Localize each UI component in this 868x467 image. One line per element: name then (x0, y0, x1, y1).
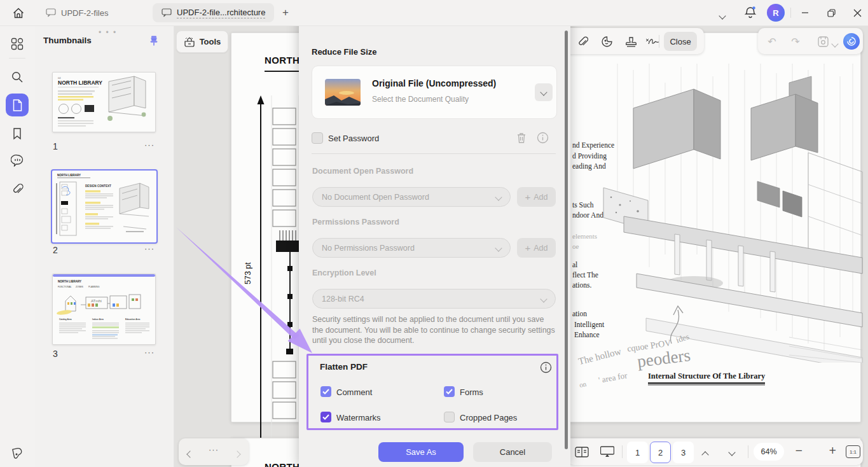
page-button-1[interactable]: 1 (627, 442, 648, 463)
thumbnail-3-menu-button[interactable]: ··· (144, 347, 155, 357)
quality-option-subtitle: Select the Document Quality (372, 95, 469, 104)
zoom-in-button[interactable]: + (829, 445, 837, 456)
notifications-bell-icon[interactable] (744, 6, 757, 19)
tools-button[interactable]: Tools (176, 31, 228, 53)
thumbnail-1-menu-button[interactable]: ··· (144, 140, 155, 150)
set-password-checkbox[interactable] (312, 132, 323, 144)
titlebar-chevron-icon[interactable] (720, 11, 725, 20)
floor-plan-strip (271, 95, 300, 455)
quality-dropdown-chevron-icon[interactable] (535, 83, 553, 101)
reduce-file-size-heading: Reduce File Size (312, 47, 377, 57)
doc-text-fragment: flect The (572, 271, 598, 279)
presentation-mode-icon[interactable] (598, 443, 616, 460)
doc-text-fragment: ation (572, 310, 587, 317)
svg-text:Catalog Area: Catalog Area (59, 318, 72, 321)
redo-icon[interactable]: ↷ (787, 33, 804, 50)
tab-label: UPDF-2-file...rchitecture (177, 8, 265, 18)
panel-drag-handle[interactable]: • • • (99, 28, 117, 37)
dialog-scrollbar[interactable] (565, 31, 568, 449)
delete-password-trash-icon[interactable] (515, 131, 528, 144)
password-info-icon[interactable] (537, 132, 549, 144)
svg-text:NORTH LIBRARY: NORTH LIBRARY (57, 174, 81, 177)
doc-text-fragment: Enhance (574, 331, 600, 338)
flatten-pdf-title: Flatten PDF (320, 362, 368, 372)
thumbnail-page-2-selected[interactable]: NORTH LIBRARY DESIGN CONTEXT (51, 169, 158, 244)
bookmarks-icon[interactable] (8, 124, 27, 143)
document-open-password-label: Document Open Password (312, 167, 413, 176)
user-avatar[interactable]: R (767, 4, 785, 22)
two-page-view-icon[interactable] (573, 443, 591, 460)
sticker-icon[interactable] (598, 33, 616, 50)
encryption-level-select[interactable]: 128-bit RC4 (312, 289, 556, 309)
flatten-comment-checkbox[interactable] (320, 386, 331, 397)
quick-actions-toolbar: ↶ ↷ (758, 28, 863, 54)
permissions-password-select[interactable]: No Permissions Password (312, 238, 511, 258)
document-tab-icon (46, 8, 56, 17)
flatten-forms-label: Forms (460, 387, 483, 397)
page3-heading: NORTH (265, 461, 300, 467)
thumbnail-page-3[interactable]: NORTH LIBRARY FUNCTIONALZONESPLANNING AT… (52, 274, 156, 345)
zoom-level-display[interactable]: 64% (754, 443, 784, 461)
ai-assistant-icon[interactable] (843, 33, 860, 50)
previous-page-chevron-icon[interactable] (703, 450, 708, 459)
prev-page-icon[interactable] (188, 449, 193, 459)
thumbnail-2-menu-button[interactable]: ··· (144, 244, 155, 253)
panels-grid-icon[interactable] (8, 34, 27, 53)
home-button[interactable] (9, 4, 28, 21)
quality-option-card[interactable]: Original File (Uncompressed) Select the … (312, 66, 557, 119)
permissions-password-label: Permissions Password (312, 218, 399, 227)
document-open-password-select[interactable]: No Document Open Password (312, 187, 511, 207)
left-icon-rail (0, 25, 36, 467)
save-options-chevron-icon[interactable] (832, 39, 837, 48)
pin-panel-icon[interactable] (146, 33, 162, 48)
next-page-chevron-icon[interactable] (729, 447, 734, 457)
flatten-cropped-pages-checkbox[interactable] (444, 412, 455, 422)
flatten-watermarks-label: Watermarks (336, 413, 381, 422)
quality-option-title: Original File (Uncompressed) (372, 78, 496, 88)
zoom-out-button[interactable]: − (795, 445, 803, 456)
thumbnails-panel-icon-active[interactable] (6, 94, 29, 116)
tools-button-label: Tools (200, 37, 221, 46)
thumbnail-page-1[interactable]: 04 NORTH LIBRARY (52, 72, 156, 132)
save-icon[interactable] (814, 33, 832, 50)
svg-text:DESIGN CONTEXT: DESIGN CONTEXT (85, 185, 111, 188)
svg-text:NORTH LIBRARY: NORTH LIBRARY (58, 80, 102, 86)
attachment-icon[interactable] (574, 33, 591, 50)
rail-divider (9, 58, 25, 59)
next-page-icon[interactable] (235, 449, 240, 459)
add-open-password-button[interactable]: + Add (517, 187, 556, 207)
more-pages-button[interactable]: ··· (209, 445, 219, 454)
add-permissions-password-button[interactable]: + Add (517, 238, 556, 258)
maximize-restore-button[interactable] (823, 5, 839, 20)
new-tab-button[interactable]: + (277, 5, 294, 20)
search-icon[interactable] (8, 67, 27, 87)
undo-icon[interactable]: ↶ (763, 33, 781, 50)
cancel-button[interactable]: Cancel (473, 442, 552, 462)
flatten-info-icon[interactable] (540, 361, 552, 373)
theme-appearance-icon[interactable] (8, 443, 27, 462)
attachments-paperclip-icon[interactable] (8, 179, 27, 199)
svg-text:ATmhi: ATmhi (91, 299, 102, 303)
comments-icon[interactable] (8, 151, 27, 170)
page-button-2-active[interactable]: 2 (650, 442, 671, 463)
page2-heading: NORTH (265, 55, 300, 66)
page-nav-pill: ··· (179, 438, 249, 465)
tab-updf-2-files[interactable]: UPDF-2-files (37, 3, 117, 22)
tab-updf-2-file-architecture-active[interactable]: UPDF-2-file...rchitecture (153, 3, 274, 22)
stamp-icon[interactable] (622, 33, 640, 50)
notification-dot (752, 6, 755, 9)
close-annotation-mode-button[interactable]: Close (664, 32, 697, 51)
flatten-cropped-pages-label: Cropped Pages (460, 413, 517, 422)
window-close-button[interactable] (849, 5, 865, 20)
close-button-label: Close (670, 37, 691, 46)
set-password-label: Set Password (328, 134, 379, 143)
save-as-button[interactable]: Save As (378, 442, 464, 462)
minimize-button[interactable] (797, 5, 813, 20)
flatten-watermarks-checkbox[interactable] (320, 412, 331, 422)
flatten-forms-checkbox[interactable] (444, 386, 455, 397)
doc-text-fragment: elements (572, 232, 597, 240)
tab-label: UPDF-2-files (61, 8, 108, 18)
actual-size-button[interactable]: 1:1 (846, 445, 860, 458)
toolbox-icon (184, 37, 195, 47)
page-button-3[interactable]: 3 (673, 442, 694, 463)
